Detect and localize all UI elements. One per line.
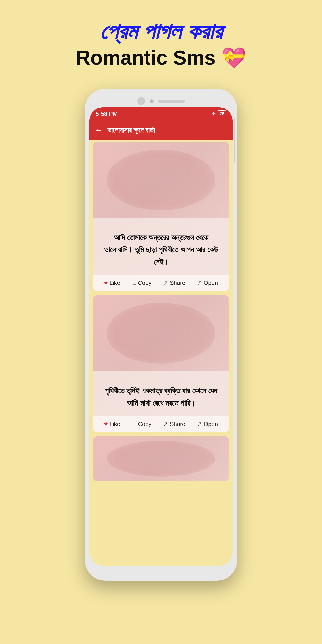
share-button-2[interactable]: ↗ Share xyxy=(163,420,185,428)
card-image-1 xyxy=(93,142,229,218)
sms-card-2: পৃথিবীতে তুমিই একমাত্র ব্যক্তি যার কোলে … xyxy=(93,295,229,432)
like-button-1[interactable]: ♥ Like xyxy=(104,280,120,287)
phone-outer: 5:58 PM ✈ 76 ← ভালোবাসার ক্ষুদে বার্তা xyxy=(85,89,237,581)
open-button-1[interactable]: ⤤ Open xyxy=(197,279,218,287)
status-icons: ✈ 76 xyxy=(212,110,226,118)
sms-text-2: পৃথিবীতে তুমিই একমাত্র ব্যক্তি যার কোলে … xyxy=(102,384,220,409)
sms-card-1: আমি তোমাকে অন্তরের অন্তরগুল থেকে ভালোবাস… xyxy=(93,142,229,291)
share-icon-2: ↗ xyxy=(163,420,168,428)
share-label-1: Share xyxy=(170,280,185,286)
copy-label-2: Copy xyxy=(138,420,152,428)
copy-label-1: Copy xyxy=(138,280,152,286)
heart-icon-1: ♥ xyxy=(104,280,108,287)
like-label-1: Like xyxy=(110,280,120,286)
sms-text-1: আমি তোমাকে অন্তরের অন্তরগুল থেকে ভালোবাস… xyxy=(102,232,220,268)
app-title: ভালোবাসার ক্ষুদে বার্তা xyxy=(107,126,155,134)
phone-sensor xyxy=(150,99,154,103)
sms-card-3 xyxy=(93,436,229,481)
copy-button-1[interactable]: ⧉ Copy xyxy=(132,279,152,287)
card-image-2 xyxy=(93,295,229,371)
share-button-1[interactable]: ↗ Share xyxy=(163,279,185,287)
phone-wrapper: 5:58 PM ✈ 76 ← ভালোবাসার ক্ষুদে বার্তা xyxy=(85,89,237,581)
copy-icon-1: ⧉ xyxy=(132,279,136,287)
card-content-2: পৃথিবীতে তুমিই একমাত্র ব্যক্তি যার কোলে … xyxy=(93,371,229,416)
open-label-1: Open xyxy=(204,280,218,286)
phone-camera xyxy=(137,97,145,105)
card-content-1: আমি তোমাকে অন্তরের অন্তরগুল থেকে ভালোবাস… xyxy=(93,218,229,274)
app-bar: ← ভালোবাসার ক্ষুদে বার্তা xyxy=(90,120,232,140)
phone-screen: 5:58 PM ✈ 76 ← ভালোবাসার ক্ষুদে বার্তা xyxy=(90,107,232,566)
open-label-2: Open xyxy=(204,420,218,428)
header-bengali-title: প্রেম পাগল করার xyxy=(9,18,313,45)
airplane-icon: ✈ xyxy=(212,111,216,117)
back-button[interactable]: ← xyxy=(95,126,103,135)
share-icon-1: ↗ xyxy=(163,279,168,287)
share-label-2: Share xyxy=(170,420,185,428)
copy-icon-2: ⧉ xyxy=(132,420,136,428)
card-actions-1: ♥ Like ⧉ Copy ↗ Share ⤤ xyxy=(93,274,229,291)
phone-speaker xyxy=(158,100,185,103)
card-actions-2: ♥ Like ⧉ Copy ↗ Share ⤤ xyxy=(93,416,229,432)
status-time: 5:58 PM xyxy=(96,110,118,118)
copy-button-2[interactable]: ⧉ Copy xyxy=(132,420,152,428)
heart-icon-2: ♥ xyxy=(104,420,108,428)
open-icon-1: ⤤ xyxy=(197,279,202,287)
header-section: প্রেম পাগল করার Romantic Sms 💝 xyxy=(0,0,322,80)
battery-indicator: 76 xyxy=(218,110,226,118)
open-button-2[interactable]: ⤤ Open xyxy=(197,420,218,428)
open-icon-2: ⤤ xyxy=(197,420,202,428)
phone-camera-area xyxy=(90,93,232,107)
status-bar: 5:58 PM ✈ 76 xyxy=(90,107,232,120)
like-button-2[interactable]: ♥ Like xyxy=(104,420,120,428)
card-image-3 xyxy=(93,436,229,481)
like-label-2: Like xyxy=(110,420,120,428)
scroll-content[interactable]: আমি তোমাকে অন্তরের অন্তরগুল থেকে ভালোবাস… xyxy=(90,140,232,566)
header-english-title: Romantic Sms 💝 xyxy=(9,45,313,71)
